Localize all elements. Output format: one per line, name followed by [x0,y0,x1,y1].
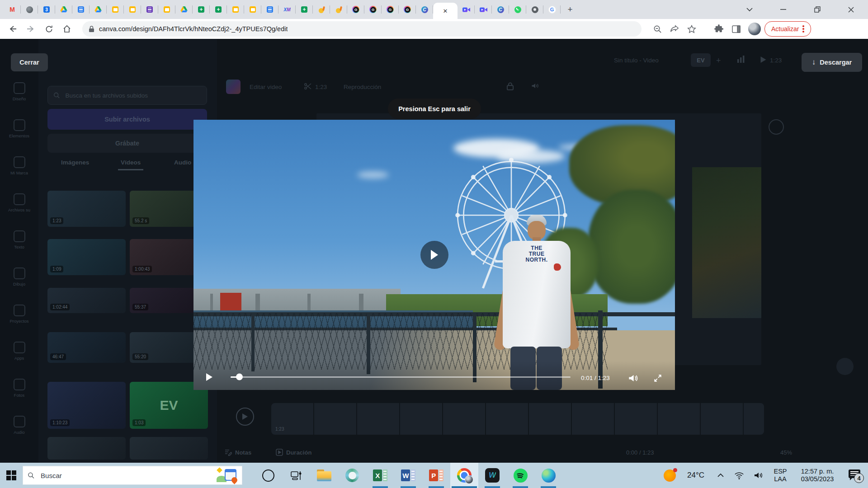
tab-clipchamp[interactable] [458,0,475,19]
upload-thumbnail[interactable]: 1:23 [47,191,126,227]
taskbar-app-anyconnect[interactable] [338,463,366,488]
timeline-play-button[interactable] [236,408,254,426]
clip-thumbnail[interactable] [226,80,241,94]
tab-drive[interactable] [90,0,107,19]
tab-slides[interactable] [227,0,244,19]
taskbar-app-webex[interactable]: W [478,463,506,488]
progress-thumb[interactable] [236,374,243,380]
tab-forms[interactable] [141,0,158,19]
stats-icon[interactable] [737,55,745,63]
back-icon[interactable] [4,21,22,37]
tab-genially[interactable]: G [399,0,416,19]
chrome-update-button[interactable]: Actualizar [764,21,811,37]
upload-files-button[interactable]: Subir archivos [47,109,207,130]
close-window-button[interactable] [841,0,862,19]
forward-icon[interactable] [22,21,40,37]
taskbar-app-edge[interactable] [534,463,562,488]
upload-thumbnail[interactable]: 46:47 [47,332,126,363]
fullscreen-video-icon[interactable] [654,374,662,382]
tab-sheets[interactable]: + [210,0,227,19]
video-preview-player[interactable]: THE TRUE NORTH. 0:01 / 1:23 [193,120,675,390]
tab-imagenes[interactable]: Imágenes [61,159,89,166]
zoom-out-icon[interactable] [649,21,666,37]
trim-scissors-icon[interactable] [304,82,312,90]
tab-whatsapp[interactable] [509,0,526,19]
sidebar-item-apps[interactable]: Apps [0,342,38,361]
tab-docs[interactable] [261,0,278,19]
address-bar[interactable]: canva.com/design/DAFh4TlcrVk/hNteoCZdj2-… [82,21,642,37]
weather-icon[interactable] [659,463,680,488]
tab-loom[interactable] [526,0,543,19]
taskbar-search-input[interactable] [40,471,217,480]
taskbar-app-powerpoint[interactable]: P [422,463,450,488]
taskbar-app-taskview[interactable] [282,463,310,488]
share-icon[interactable] [666,21,683,37]
duration-button[interactable]: Duración [276,449,311,456]
temperature[interactable]: 24°C [680,463,712,488]
tab-genially[interactable]: G [382,0,399,19]
lock-position-icon[interactable] [506,82,514,90]
add-member-icon[interactable]: + [716,56,721,66]
volume-tray-icon[interactable] [749,463,769,488]
tab-close-icon[interactable]: ✕ [443,8,448,14]
tab-gmail[interactable]: M [4,0,21,19]
taskbar-app-explorer[interactable] [310,463,338,488]
minimize-button[interactable] [773,0,794,19]
close-preview-button[interactable]: Cerrar [11,53,48,71]
doc-title[interactable]: Sin título - Video [614,57,659,64]
side-panel-icon[interactable] [727,21,745,37]
sidebar-item-dise-o[interactable]: Diseño [0,82,38,101]
start-button[interactable] [0,463,23,488]
tab-slides[interactable] [124,0,141,19]
taskbar-app-spotify[interactable] [506,463,534,488]
upload-thumbnail[interactable]: 1:10:23 [47,382,126,429]
tab-docs[interactable] [72,0,90,19]
tab-clipchamp[interactable] [475,0,492,19]
tab-canva[interactable]: C [416,0,433,19]
wifi-icon[interactable] [730,463,749,488]
sidebar-item-mi-marca[interactable]: Mi Marca [0,156,38,175]
sidebar-item-dibujo[interactable]: Dibujo [0,267,38,286]
upload-thumbnail[interactable]: 1:09 [47,239,126,275]
play-overlay-button[interactable] [420,241,448,269]
tab-genially[interactable]: G [364,0,382,19]
mute-speaker-icon[interactable] [531,82,540,90]
tab-drive[interactable] [55,0,72,19]
tab-globe[interactable] [21,0,38,19]
upload-thumbnail[interactable]: 1:02:44 [47,288,126,313]
tab-genially[interactable]: G [347,0,364,19]
toolbar-playback[interactable]: Reproducción [344,84,381,90]
home-icon[interactable] [58,21,76,37]
taskbar-app-cortana[interactable] [254,463,282,488]
timeline-strip[interactable]: 1:23 [271,403,764,435]
clock[interactable]: 12:57 p. m.03/05/2023 [792,463,843,488]
tab-flame[interactable] [313,0,330,19]
sidebar-item-fotos[interactable]: Fotos [0,379,38,398]
tab-videos[interactable]: Vídeos [121,159,141,166]
ev-avatar-badge[interactable]: EV [691,53,711,67]
taskbar-app-excel[interactable]: X [366,463,394,488]
reload-icon[interactable] [40,21,58,37]
rotate-refresh-icon[interactable] [769,119,784,135]
tab-slides[interactable] [158,0,175,19]
tab-sheets[interactable]: + [193,0,210,19]
tab-canva[interactable]: C [492,0,509,19]
download-button[interactable]: ↓ Descargar [802,53,862,72]
toolbar-edit-video[interactable]: Editar video [250,84,282,90]
tab-active-canva[interactable]: ✕ [433,3,458,19]
volume-icon[interactable] [628,374,638,382]
sidebar-item-archivos-su[interactable]: Archivos su [0,193,38,212]
tray-chevron-icon[interactable] [712,463,730,488]
language-indicator[interactable]: ESPLAA [769,463,792,488]
taskbar-app-word[interactable]: W [394,463,422,488]
bookmark-star-icon[interactable] [683,21,700,37]
uploads-search-box[interactable] [47,86,207,105]
maximize-button[interactable] [807,0,828,19]
taskbar-app-chrome[interactable] [450,463,478,488]
new-tab-button[interactable]: + [563,3,577,16]
taskbar-search-box[interactable] [23,466,242,485]
browser-menu-kebab-icon[interactable] [802,25,804,33]
notification-center[interactable]: 4 [843,463,868,488]
tab-google[interactable]: G [543,0,561,19]
record-yourself-button[interactable]: Grábate [47,134,207,153]
